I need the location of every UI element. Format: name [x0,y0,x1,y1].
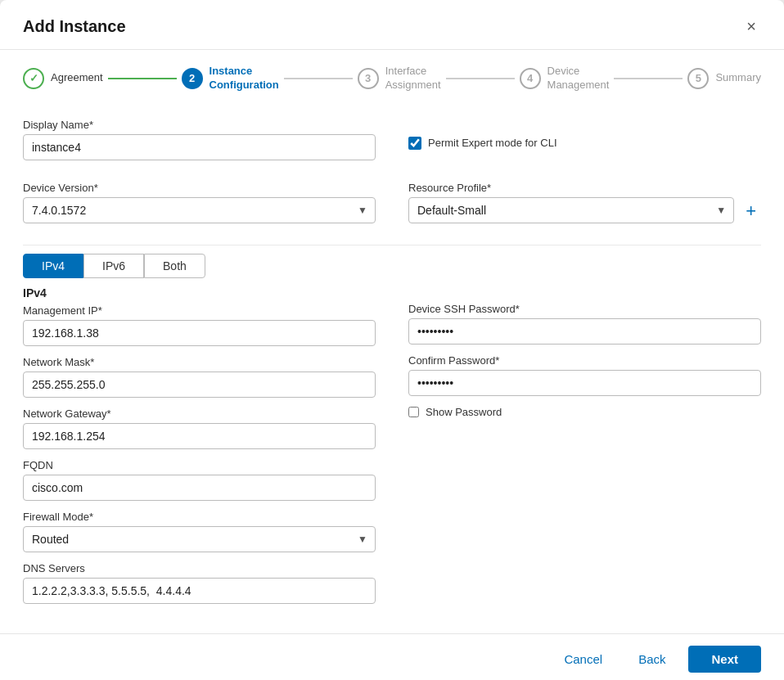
confirm-password-group: Confirm Password* [408,354,761,396]
firewall-mode-label: Firewall Mode* [23,511,376,523]
col-ipv4-left: IPv4 IPv6 Both IPv4 Management IP* Netwo… [23,254,376,614]
row-display-name: Display Name* Permit Expert mode for CLI [23,119,761,170]
ssh-password-input[interactable] [408,318,761,345]
ssh-password-label: Device SSH Password* [408,303,761,315]
connector-3-4 [446,78,515,79]
show-password-row: Show Password [408,406,761,418]
dns-servers-group: DNS Servers [23,562,376,604]
resource-profile-row: Default-Small ▼ + [408,197,761,223]
connector-4-5 [614,78,683,79]
network-mask-label: Network Mask* [23,356,376,368]
step-2-label: InstanceConfiguration [210,65,279,92]
connector-2-3 [284,78,353,79]
device-version-label: Device Version* [23,182,376,194]
ssh-password-spacer: Device SSH Password* Confirm Password* S… [408,303,761,418]
col-permit-expert: Permit Expert mode for CLI [408,119,761,170]
col-ipv4-right: Device SSH Password* Confirm Password* S… [408,254,761,614]
network-gateway-group: Network Gateway* [23,408,376,449]
network-gateway-label: Network Gateway* [23,408,376,420]
step-4-label: DeviceManagement [547,65,610,92]
fqdn-input[interactable] [23,475,376,501]
col-device-version: Device Version* 7.4.0.1572 ▼ [23,182,376,233]
fqdn-label: FQDN [23,459,376,471]
tab-both[interactable]: Both [144,254,205,278]
step-2: 2 InstanceConfiguration [182,65,279,92]
modal-title: Add Instance [23,17,126,36]
step-1-circle: ✓ [23,68,44,89]
resource-profile-label: Resource Profile* [408,182,761,194]
step-3-circle: 3 [358,68,379,89]
back-button[interactable]: Back [625,646,678,673]
stepper: ✓ Agreement 2 InstanceConfiguration 3 In… [0,50,784,104]
section-ipv4-title: IPv4 [23,286,376,299]
step-4-circle: 4 [520,68,541,89]
step-3-label: InterfaceAssignment [385,65,441,92]
network-mask-group: Network Mask* [23,356,376,398]
divider [23,245,761,245]
dns-servers-label: DNS Servers [23,562,376,574]
firewall-mode-select-wrapper: Routed ▼ [23,526,376,552]
display-name-group: Display Name* [23,119,376,160]
fqdn-group: FQDN [23,459,376,501]
ip-tab-group: IPv4 IPv6 Both [23,254,376,278]
firewall-mode-group: Firewall Mode* Routed ▼ [23,511,376,552]
display-name-input[interactable] [23,134,376,160]
device-version-select[interactable]: 7.4.0.1572 [23,197,376,223]
show-password-checkbox[interactable] [408,407,419,417]
management-ip-label: Management IP* [23,304,376,317]
step-5-label: Summary [715,71,761,85]
network-mask-input[interactable] [23,372,376,398]
step-1: ✓ Agreement [23,68,103,89]
modal-footer: Cancel Back Next [0,633,784,680]
row-ipv4: IPv4 IPv6 Both IPv4 Management IP* Netwo… [23,254,761,614]
add-resource-profile-button[interactable]: + [741,199,761,223]
management-ip-input[interactable] [23,320,376,346]
cancel-button[interactable]: Cancel [551,646,615,673]
permit-expert-group: Permit Expert mode for CLI [408,137,761,150]
tab-ipv6[interactable]: IPv6 [83,254,144,278]
resource-profile-select[interactable]: Default-Small [408,197,734,223]
connector-1-2 [108,78,177,79]
step-2-circle: 2 [182,68,203,89]
confirm-password-label: Confirm Password* [408,354,761,367]
modal-header: Add Instance × [0,0,784,50]
next-button[interactable]: Next [688,646,761,673]
col-resource-profile: Resource Profile* Default-Small ▼ + [408,182,761,233]
device-version-select-wrapper: 7.4.0.1572 ▼ [23,197,376,223]
show-password-label: Show Password [426,406,502,418]
display-name-label: Display Name* [23,119,376,131]
add-instance-modal: Add Instance × ✓ Agreement 2 InstanceCon… [0,0,784,680]
ssh-password-group: Device SSH Password* [408,303,761,345]
step-5: 5 Summary [687,68,761,89]
step-5-circle: 5 [687,68,709,89]
device-version-group: Device Version* 7.4.0.1572 ▼ [23,182,376,223]
tab-ipv4[interactable]: IPv4 [23,254,83,278]
permit-expert-label: Permit Expert mode for CLI [428,137,557,149]
row-device-version: Device Version* 7.4.0.1572 ▼ Resource Pr… [23,182,761,233]
close-button[interactable]: × [741,16,761,36]
step-3: 3 InterfaceAssignment [358,65,441,92]
step-4: 4 DeviceManagement [520,65,610,92]
management-ip-group: Management IP* [23,304,376,346]
resource-profile-group: Resource Profile* Default-Small ▼ + [408,182,761,223]
network-gateway-input[interactable] [23,423,376,449]
resource-profile-select-wrapper: Default-Small ▼ [408,197,734,223]
col-display-name: Display Name* [23,119,376,170]
firewall-mode-select[interactable]: Routed [23,526,376,552]
dns-servers-input[interactable] [23,578,376,604]
step-1-label: Agreement [51,71,103,85]
modal-body: Display Name* Permit Expert mode for CLI… [0,104,784,633]
confirm-password-input[interactable] [408,370,761,396]
permit-expert-checkbox[interactable] [408,137,421,150]
